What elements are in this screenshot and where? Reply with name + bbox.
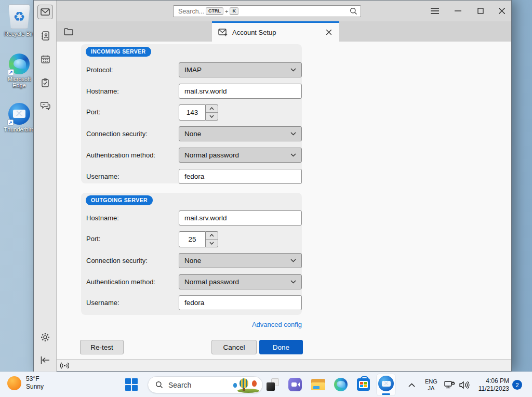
protocol-row: Protocol: IMAP [86,62,297,77]
clock-widget[interactable]: 4:06 PM 11/21/2023 [476,372,509,397]
volume-button[interactable] [459,372,470,397]
outgoing-security-select[interactable]: None [179,253,302,268]
folder-pane-button[interactable] [63,25,74,37]
hostname-row: Hostname: [86,210,297,226]
incoming-username-input[interactable] [179,169,302,184]
calendar-space-button[interactable] [37,52,53,67]
gear-icon [41,333,50,342]
tray-date: 11/21/2023 [478,385,509,393]
auth-method-label: Authentication method: [86,278,155,286]
tray-chevron-button[interactable] [408,372,415,397]
connection-security-label: Connection security: [86,257,148,264]
teams-button[interactable] [287,377,303,392]
weather-temp: 53°F [26,375,44,383]
incoming-auth-select[interactable]: Normal password [179,148,302,163]
spin-down-icon [206,240,218,247]
tasks-space-button[interactable] [37,75,53,90]
notification-button[interactable]: 2 [512,372,522,397]
cancel-button[interactable]: Cancel [211,340,257,354]
shortcut-arrow-icon: ↗ [8,69,14,75]
chat-icon [41,102,50,110]
thunderbird-taskbar-button[interactable] [376,374,396,396]
search-placeholder: Search... [178,8,204,15]
thunderbird-window: Search... CTRL + K [33,0,512,372]
store-button[interactable] [355,377,371,392]
desktop-icon-edge[interactable]: ↗ Microsoft Edge [2,54,37,88]
k-keycap: K [230,7,238,15]
retest-button[interactable]: Re-test [80,340,124,354]
taskbar-search-label: Search [168,381,232,389]
status-bar [57,359,511,371]
addressbook-space-button[interactable] [37,29,53,43]
task-view-button[interactable] [265,377,281,392]
incoming-protocol-select[interactable]: IMAP [179,62,302,77]
weather-widget[interactable]: 53°F Sunny [7,375,44,391]
advanced-config-link[interactable]: Advanced config [252,321,302,328]
username-row: Username: [86,169,297,184]
incoming-hostname-input[interactable] [179,84,302,99]
desktop-icon-thunderbird[interactable]: ↗ Thunderbird [2,103,37,133]
incoming-security-select[interactable]: None [179,126,302,141]
collapse-spaces-button[interactable] [37,353,53,367]
minimize-button[interactable] [449,5,467,17]
connection-security-label: Connection security: [86,130,148,138]
hamburger-icon [431,8,439,14]
outgoing-username-input[interactable] [179,295,302,310]
tasks-icon [42,78,49,87]
chevron-down-icon [290,153,296,157]
broadcast-icon [60,362,69,369]
outgoing-port-spinner[interactable] [206,231,218,247]
maximize-button[interactable] [472,5,489,17]
weather-condition: Sunny [26,383,44,391]
chevron-down-icon [290,280,296,284]
tab-account-setup[interactable]: Account Setup [212,21,339,42]
username-row: Username: [86,295,297,310]
spin-up-icon [206,105,218,113]
search-icon [155,381,163,389]
start-button[interactable] [125,378,138,391]
hostname-row: Hostname: [86,84,297,99]
tab-close-button[interactable] [324,27,334,37]
close-button[interactable] [493,5,511,17]
thunderbird-icon: ↗ [8,103,30,125]
outgoing-hostname-input[interactable] [179,210,302,226]
network-button[interactable] [444,372,455,397]
language-indicator[interactable]: ENG JA [425,372,437,397]
app-menu-button[interactable] [426,5,444,17]
incoming-server-card: INCOMING SERVER Protocol: IMAP Hostname:… [81,44,302,183]
chevron-down-icon [290,68,296,72]
port-label: Port: [86,108,100,116]
titlebar: Search... CTRL + K [57,1,511,21]
incoming-port-spinner[interactable] [206,104,218,121]
network-icon [444,380,455,390]
taskbar-search-input[interactable]: Search [148,376,263,393]
desktop-icon-recycle-bin[interactable]: ♻ Recycle Bin [2,4,37,37]
outgoing-server-badge: OUTGOING SERVER [86,195,153,205]
desktop-icon-label: Microsoft Edge [2,76,37,88]
mail-space-button[interactable] [37,5,53,19]
connection-security-row: Connection security: None [86,253,297,268]
chevron-down-icon [290,132,296,136]
search-icon [350,7,357,15]
edge-button[interactable] [333,377,349,392]
port-row: Port: [86,104,297,120]
auth-method-label: Authentication method: [86,151,155,159]
close-icon [326,30,331,35]
port-label: Port: [86,235,100,243]
taskbar: 53°F Sunny Search ENG JA [0,372,532,397]
chat-space-button[interactable] [37,99,53,113]
outgoing-auth-select[interactable]: Normal password [179,274,302,289]
incoming-port-input[interactable] [179,104,206,121]
tray-time: 4:06 PM [478,377,509,385]
outgoing-port-input[interactable] [179,231,206,247]
settings-button[interactable] [37,330,53,345]
spin-up-icon [206,232,218,240]
close-icon [499,8,505,14]
edge-icon [334,378,348,391]
file-explorer-button[interactable] [310,377,326,392]
protocol-label: Protocol: [86,66,113,74]
global-search-input[interactable]: Search... CTRL + K [173,5,361,17]
file-explorer-icon [311,379,325,390]
username-label: Username: [86,173,119,180]
done-button[interactable]: Done [259,340,303,354]
